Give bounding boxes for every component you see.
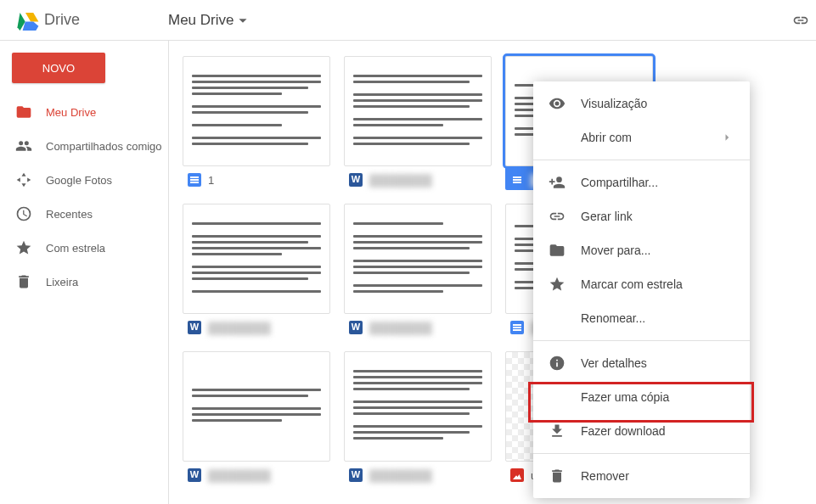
trash-icon [15, 273, 32, 290]
file-thumbnail [344, 351, 492, 462]
file-name: ████████ [208, 469, 271, 482]
ctx-item-label: Marcar com estrela [581, 277, 683, 291]
ctx-item-open-with[interactable]: Abrir com [533, 120, 750, 154]
sidebar-item-trash[interactable]: Lixeira [0, 265, 168, 299]
sidebar-item-label: Recentes [46, 208, 93, 221]
file-card[interactable]: 1 [183, 56, 330, 190]
file-thumbnail [344, 56, 492, 166]
word-icon [188, 321, 201, 334]
ctx-item-label: Visualização [581, 97, 647, 110]
ctx-item-label: Ver detalhes [581, 356, 647, 370]
file-label: ████████ [344, 462, 492, 485]
file-label: 1 [183, 166, 330, 190]
download-icon [549, 423, 566, 440]
word-icon [349, 468, 363, 482]
file-label: ████████ [183, 462, 330, 485]
clock-icon [15, 205, 32, 222]
sidebar-item-my-drive[interactable]: Meu Drive [0, 95, 168, 129]
breadcrumb[interactable]: Meu Drive [168, 11, 252, 30]
separator [533, 160, 750, 160]
breadcrumb-label: Meu Drive [168, 12, 234, 29]
trash-icon [549, 468, 566, 484]
folder-icon [549, 242, 566, 259]
link-icon [549, 208, 566, 225]
word-icon [349, 173, 363, 187]
sidebar-item-label: Com estrela [46, 242, 105, 255]
sidebar-item-label: Compartilhados comigo [46, 140, 162, 153]
ctx-item-star[interactable]: Marcar com estrela [533, 267, 750, 301]
file-card[interactable]: ████████ [344, 56, 492, 190]
ctx-item-label: Renomear... [581, 311, 645, 325]
docs-icon [510, 321, 524, 334]
ctx-item-label: Compartilhar... [581, 176, 658, 189]
ctx-item-move[interactable]: Mover para... [533, 233, 750, 267]
file-thumbnail [344, 204, 492, 314]
file-name: ████████ [369, 469, 432, 482]
ctx-item-share[interactable]: Compartilhar... [533, 165, 750, 199]
ctx-item-label: Mover para... [581, 244, 650, 257]
sidebar-item-photos[interactable]: Google Fotos [0, 163, 168, 197]
eye-icon [549, 95, 566, 112]
file-thumbnail [183, 351, 330, 462]
new-button[interactable]: NOVO [12, 53, 105, 83]
file-thumbnail [183, 56, 330, 166]
file-name: ████████ [369, 174, 432, 187]
sidebar: NOVO Meu Drive Compartilhados comigo Goo… [0, 41, 168, 504]
folder-icon [15, 104, 32, 120]
image-icon [510, 468, 524, 482]
app-name: Drive [44, 11, 80, 29]
docs-icon [510, 173, 524, 187]
file-name: ████████ [369, 322, 432, 334]
info-icon [549, 355, 566, 372]
logo[interactable]: Drive [7, 10, 168, 31]
sidebar-item-shared[interactable]: Compartilhados comigo [0, 129, 168, 163]
file-card[interactable]: ████████ [344, 351, 492, 485]
sidebar-item-starred[interactable]: Com estrela [0, 231, 168, 265]
file-card[interactable]: ████████ [183, 204, 330, 338]
file-name: ████████ [208, 322, 271, 334]
word-icon [349, 321, 363, 334]
ctx-item-label: Abrir com [581, 131, 632, 144]
drive-logo-icon [15, 10, 39, 31]
ctx-item-label: Fazer uma cópia [581, 390, 669, 404]
header-actions [792, 12, 809, 29]
star-icon [549, 276, 566, 293]
file-label: ████████ [344, 314, 492, 338]
ctx-item-get-link[interactable]: Gerar link [533, 199, 750, 233]
file-label: ████████ [183, 314, 330, 338]
word-icon [188, 468, 201, 482]
sidebar-item-label: Meu Drive [46, 106, 96, 119]
ctx-item-label: Fazer download [581, 424, 666, 438]
ctx-item-rename[interactable]: Renomear... [533, 301, 750, 335]
file-card[interactable]: ████████ [344, 204, 492, 338]
file-name: 1 [208, 174, 214, 187]
sidebar-item-label: Lixeira [46, 276, 78, 288]
ctx-item-preview[interactable]: Visualização [533, 87, 750, 120]
separator [533, 453, 750, 454]
ctx-item-details[interactable]: Ver detalhes [533, 346, 750, 380]
ctx-item-label: Remover [581, 469, 629, 483]
photos-icon [15, 171, 32, 188]
star-icon [15, 239, 32, 256]
docs-icon [188, 173, 201, 187]
chevron-right-icon [719, 130, 734, 145]
file-card[interactable]: ████████ [183, 351, 330, 485]
sidebar-item-label: Google Fotos [46, 174, 112, 187]
file-thumbnail [183, 204, 330, 314]
people-icon [15, 137, 32, 154]
ctx-item-make-copy[interactable]: Fazer uma cópia [533, 380, 750, 414]
separator [533, 340, 750, 341]
person-add-icon [549, 174, 566, 191]
ctx-item-remove[interactable]: Remover [533, 459, 750, 493]
sidebar-item-recent[interactable]: Recentes [0, 197, 168, 231]
ctx-item-label: Gerar link [581, 210, 633, 223]
context-menu: Visualização Abrir com Compartilhar... G… [533, 81, 750, 498]
chevron-down-icon [234, 11, 252, 30]
link-icon[interactable] [792, 12, 809, 29]
file-label: ████████ [344, 166, 492, 190]
ctx-item-download[interactable]: Fazer download [533, 414, 750, 448]
header: Drive Meu Drive [0, 0, 816, 41]
